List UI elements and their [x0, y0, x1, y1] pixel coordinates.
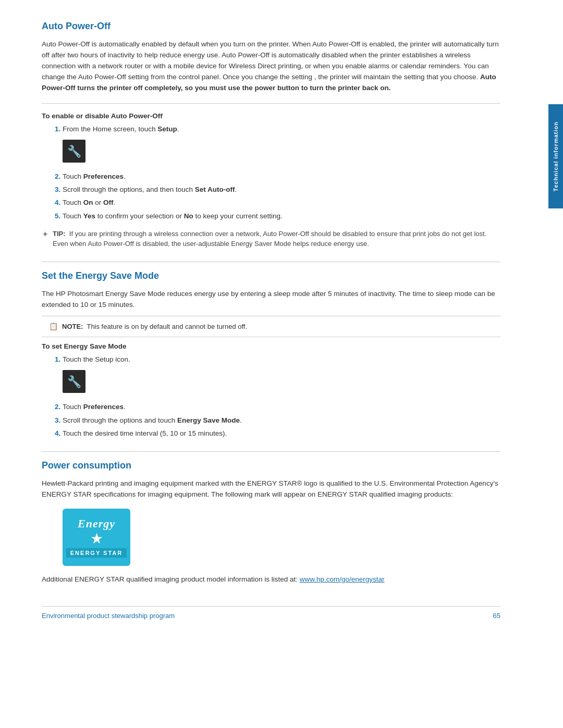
esm-step-1: Touch the Setup icon. [63, 354, 500, 365]
esm-step-4: Touch the desired time interval (5, 10 o… [63, 428, 500, 439]
energy-save-mode-heading: Set the Energy Save Mode [42, 270, 500, 281]
esm-step-2: Touch Preferences. [63, 402, 500, 412]
step-1: From the Home screen, touch Setup. [63, 124, 500, 134]
divider-3 [42, 451, 500, 452]
set-energy-save-heading: To set Energy Save Mode [42, 342, 500, 350]
energy-save-steps-cont: Touch Preferences. Scroll through the op… [63, 402, 500, 439]
setup-wrench-icon-2: 🔧 [63, 370, 85, 393]
power-consumption-para: Hewlett-Packard printing and imaging equ… [42, 478, 500, 500]
esm-step-3: Scroll through the options and touch Ene… [63, 415, 500, 426]
energy-script-text: Energy [78, 517, 115, 530]
auto-power-off-heading: Auto Power-Off [42, 21, 500, 32]
energy-save-mode-section: Set the Energy Save Mode The HP Photosma… [42, 270, 500, 439]
page-footer: Environmental product stewardship progra… [42, 606, 500, 620]
auto-power-off-intro: Auto Power-Off is automatically enabled … [42, 39, 500, 94]
step-3: Scroll through the options, and then tou… [63, 184, 500, 195]
step-4: Touch On or Off. [63, 198, 500, 208]
note-box: 📋 NOTE: This feature is on by default an… [42, 316, 500, 338]
tip-icon: ✦ [42, 229, 48, 239]
setup-icon-2-container: 🔧 [63, 370, 500, 394]
svg-text:🔧: 🔧 [67, 144, 82, 158]
energy-save-mode-intro: The HP Photosmart Energy Save Mode reduc… [42, 289, 500, 311]
setup-icon-container: 🔧 [63, 140, 500, 164]
note-text: NOTE: This feature is on by default and … [62, 322, 247, 332]
power-consumption-section: Power consumption Hewlett-Packard printi… [42, 460, 500, 585]
auto-power-off-section: Auto Power-Off Auto Power-Off is automat… [42, 21, 500, 249]
svg-text:🔧: 🔧 [67, 375, 82, 389]
side-tab-label: Technical information [553, 121, 559, 191]
enable-disable-heading: To enable or disable Auto Power-Off [42, 112, 500, 120]
footer-left-text: Environmental product stewardship progra… [42, 612, 175, 620]
star-icon: ★ [90, 532, 103, 546]
energystar-link[interactable]: www.hp.com/go/energystar [300, 575, 385, 583]
auto-power-off-steps-cont: Touch Preferences. Scroll through the op… [63, 171, 500, 221]
energy-star-label: ENERGY STAR [66, 548, 127, 558]
step-5: Touch Yes to confirm your selection or N… [63, 211, 500, 221]
tip-text: TIP: If you are printing through a wirel… [53, 229, 500, 249]
tip-box: ✦ TIP: If you are printing through a wir… [42, 229, 500, 249]
note-icon: 📋 [49, 322, 58, 330]
footer-page-number: 65 [493, 612, 500, 620]
footer-note: Additional ENERGY STAR qualified imaging… [42, 574, 500, 585]
auto-power-off-steps: From the Home screen, touch Setup. [63, 124, 500, 134]
step-2: Touch Preferences. [63, 171, 500, 182]
side-tab: Technical information [548, 104, 563, 208]
energy-star-inner: Energy ★ [78, 517, 115, 546]
setup-wrench-icon: 🔧 [63, 140, 85, 163]
main-content: Auto Power-Off Auto Power-Off is automat… [0, 0, 542, 728]
energy-save-steps: Touch the Setup icon. [63, 354, 500, 365]
divider-1 [42, 103, 500, 104]
energy-star-badge: Energy ★ ENERGY STAR [63, 509, 130, 566]
divider-2 [42, 262, 500, 262]
power-consumption-heading: Power consumption [42, 460, 500, 471]
